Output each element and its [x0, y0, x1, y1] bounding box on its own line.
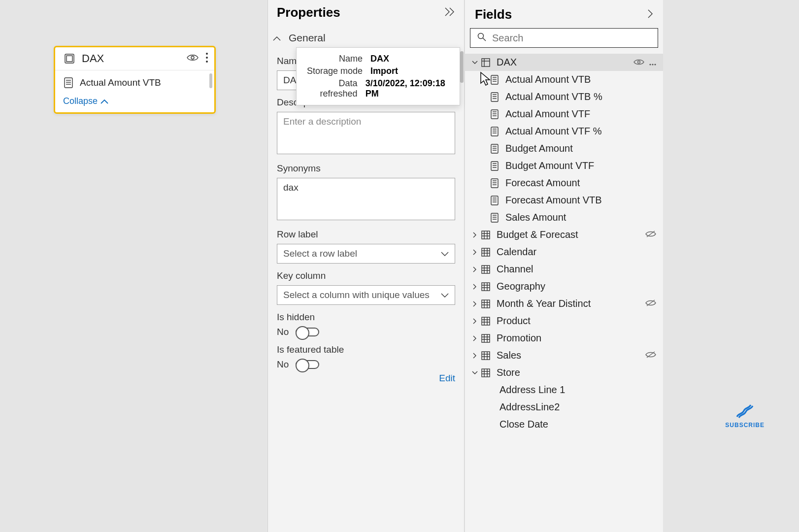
- is-featured-toggle[interactable]: [296, 360, 319, 369]
- table-label: Geography: [497, 281, 656, 292]
- key-column-placeholder: Select a column with unique values: [283, 290, 430, 300]
- column-label: AddressLine2: [499, 401, 656, 413]
- svg-rect-35: [491, 144, 498, 153]
- search-icon: [477, 33, 486, 43]
- more-icon[interactable]: [205, 52, 208, 65]
- search-input[interactable]: [492, 33, 651, 44]
- section-general-header[interactable]: General: [268, 25, 464, 49]
- card-scrollbar[interactable]: [209, 73, 212, 88]
- chevron-right-icon[interactable]: [647, 9, 653, 21]
- svg-point-3: [206, 53, 208, 55]
- fields-column[interactable]: Address Line 1: [465, 381, 663, 399]
- chevron-down-icon: [441, 290, 449, 300]
- collapse-panel-icon[interactable]: [444, 7, 455, 19]
- fields-table-calendar[interactable]: Calendar: [465, 243, 663, 261]
- chevron-up-icon: [273, 33, 281, 43]
- row-label-label: Row label: [277, 229, 455, 240]
- fields-table-month-year[interactable]: Month & Year Distinct: [465, 295, 663, 312]
- fields-table-geography[interactable]: Geography: [465, 278, 663, 295]
- svg-point-10: [478, 33, 484, 39]
- svg-point-15: [638, 61, 640, 64]
- svg-point-5: [206, 61, 208, 63]
- collapse-button[interactable]: Collapse: [55, 93, 214, 112]
- fields-column[interactable]: Close Date: [465, 416, 663, 433]
- section-general-label: General: [289, 32, 326, 44]
- tooltip-val-storage: Import: [370, 66, 398, 76]
- chevron-down-icon: [441, 248, 449, 259]
- key-column-select[interactable]: Select a column with unique values: [277, 285, 455, 305]
- fields-table-product[interactable]: Product: [465, 312, 663, 330]
- fields-title: Fields: [475, 7, 512, 22]
- measure-icon: [489, 195, 500, 206]
- row-label-select[interactable]: Select a row label: [277, 244, 455, 264]
- fields-column[interactable]: AddressLine2: [465, 399, 663, 416]
- table-card-measure-row[interactable]: Actual Amount VTB: [63, 75, 206, 90]
- is-hidden-toggle[interactable]: [296, 328, 319, 336]
- synonyms-input[interactable]: [277, 178, 455, 220]
- table-icon: [480, 246, 492, 258]
- svg-rect-71: [482, 283, 490, 291]
- measure-icon: [489, 177, 500, 189]
- table-card-body: Actual Amount VTB: [55, 70, 214, 93]
- fields-panel: Fields DAX Actual Amount VTB Actual Amou…: [465, 0, 663, 532]
- measure-icon: [489, 160, 500, 172]
- fields-measure[interactable]: Budget Amount: [465, 140, 663, 157]
- chevron-right-icon: [470, 353, 480, 359]
- table-label: Promotion: [497, 332, 656, 344]
- svg-point-2: [191, 56, 194, 59]
- chevron-right-icon: [470, 266, 480, 272]
- svg-line-11: [483, 38, 486, 41]
- table-card-header[interactable]: DAX: [55, 47, 214, 70]
- table-label: Channel: [497, 264, 656, 275]
- description-input[interactable]: [277, 112, 455, 154]
- svg-rect-66: [482, 266, 490, 273]
- table-label: Budget & Forecast: [497, 229, 645, 240]
- fields-table-sales[interactable]: Sales: [465, 347, 663, 364]
- properties-scrollbar[interactable]: [460, 51, 464, 83]
- table-card-dax[interactable]: DAX Actual Amount VTB Collapse: [54, 46, 216, 114]
- fields-measure[interactable]: Actual Amount VTB: [465, 71, 663, 88]
- subscribe-label: SUBSCRIBE: [725, 422, 765, 429]
- fields-search[interactable]: [470, 28, 658, 48]
- model-canvas[interactable]: DAX Actual Amount VTB Collapse: [0, 0, 267, 532]
- fields-measure[interactable]: Forecast Amount: [465, 174, 663, 192]
- tooltip-key-refreshed: Data refreshed: [303, 78, 358, 99]
- measure-icon: [489, 108, 500, 120]
- svg-point-17: [652, 64, 653, 65]
- svg-rect-12: [482, 59, 490, 66]
- fields-table-channel[interactable]: Channel: [465, 261, 663, 278]
- table-card-title: DAX: [82, 52, 187, 65]
- fields-table-dax[interactable]: DAX: [465, 54, 663, 71]
- visibility-icon[interactable]: [633, 57, 644, 68]
- fields-measure[interactable]: Actual Amount VTF %: [465, 123, 663, 140]
- fields-measure[interactable]: Actual Amount VTF: [465, 105, 663, 123]
- fields-measure[interactable]: Sales Amount: [465, 209, 663, 226]
- svg-rect-76: [482, 300, 490, 308]
- tooltip-key-storage: Storage mode: [303, 66, 363, 76]
- svg-rect-31: [491, 127, 498, 136]
- fields-measure[interactable]: Forecast Amount VTB: [465, 192, 663, 209]
- chevron-right-icon: [470, 284, 480, 290]
- table-icon: [480, 57, 492, 68]
- chevron-right-icon: [470, 301, 480, 307]
- chevron-right-icon: [470, 335, 480, 341]
- svg-rect-82: [482, 317, 490, 325]
- svg-rect-47: [491, 196, 498, 205]
- measure-icon: [489, 91, 500, 103]
- tooltip-key-name: Name: [303, 54, 363, 64]
- edit-link[interactable]: Edit: [277, 373, 455, 384]
- svg-rect-55: [482, 231, 490, 239]
- svg-rect-39: [491, 162, 498, 170]
- visibility-icon[interactable]: [187, 53, 199, 64]
- more-icon[interactable]: [649, 57, 656, 68]
- measure-label: Actual Amount VTF %: [505, 126, 656, 137]
- column-label: Address Line 1: [499, 384, 656, 396]
- fields-measure[interactable]: Budget Amount VTF: [465, 157, 663, 174]
- svg-point-4: [206, 57, 208, 59]
- fields-table-store[interactable]: Store: [465, 364, 663, 381]
- fields-measure[interactable]: Actual Amount VTB %: [465, 88, 663, 105]
- measure-icon: [489, 143, 500, 155]
- fields-table-promotion[interactable]: Promotion: [465, 330, 663, 347]
- synonyms-label: Synonyms: [277, 163, 455, 174]
- fields-table-budget-forecast[interactable]: Budget & Forecast: [465, 226, 663, 243]
